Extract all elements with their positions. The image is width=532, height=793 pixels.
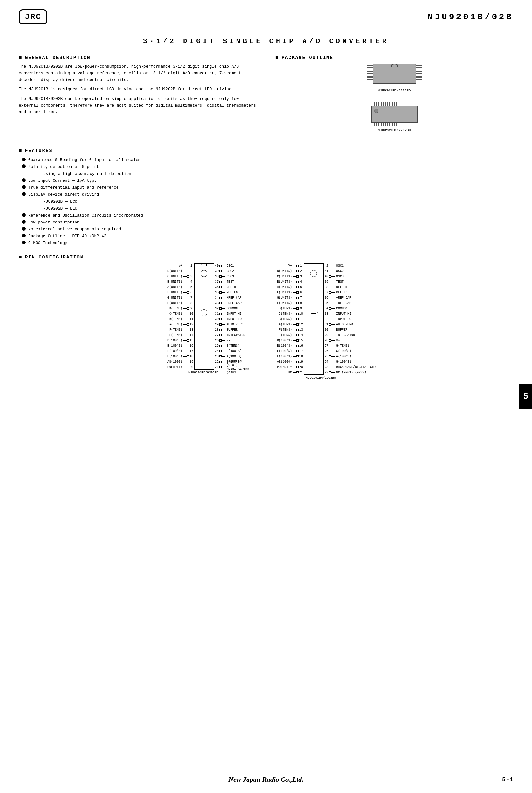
pin-row-r37: TEST 37 — [214, 279, 250, 284]
bullet-icon — [22, 165, 26, 168]
pin-config-section: PIN CONFIGURATION V+ 1 D(UNITS) — [19, 254, 513, 380]
pin-row-l6: F(UNITS) 6 — [156, 290, 194, 295]
pin-row-r23: A(100'S) 23 — [214, 354, 250, 359]
pin-row-r24: C(100'S) 24 — [214, 348, 250, 354]
pin-line — [183, 266, 187, 266]
feature-10: C-MOS Technology — [22, 240, 513, 247]
package-heading: PACKAGE OUTLINE — [276, 55, 513, 60]
pin-box — [187, 270, 189, 272]
pin-row-l14: E(TENS) 14 — [156, 333, 194, 338]
pin-row-l20: POLARITY 20 — [156, 364, 194, 370]
ic-circle-mid — [201, 309, 207, 316]
left-pins-col: V+ 1 D(UNITS) 2 C(UNITS) — [156, 263, 194, 370]
desc-para-1: The NJU9201B/9202B are low-power-consump… — [19, 63, 256, 83]
logo-text: JRC — [25, 12, 41, 22]
pin-row-r39: OSC2 39 — [214, 268, 250, 274]
description-col: GENERAL DESCRIPTION The NJU9201B/9202B a… — [19, 55, 256, 138]
pin-row-r31: INPUT HI 31 — [214, 311, 250, 317]
pin-row-l9: D(TENS) 9 — [156, 306, 194, 311]
ic-curve — [309, 308, 318, 314]
pin-row-r28: BUFFER 28 — [214, 327, 250, 333]
pin-row-r32: COMMON 32 — [214, 306, 250, 311]
package-col: PACKAGE OUTLINE — [276, 55, 513, 138]
bullet-icon — [22, 227, 26, 231]
footer: New Japan Radio Co.,Ltd. 5-1 — [0, 772, 532, 783]
pin-row-l1: V+ 1 — [156, 263, 194, 268]
pin-row-r29: AUTO ZERO 29 — [214, 322, 250, 327]
pin-row-r36: REF HI 36 — [214, 284, 250, 290]
footer-company: New Japan Radio Co.,Ltd. — [228, 775, 304, 783]
pin-num: 1 — [189, 264, 194, 268]
dip-diagram: V+ 1 D(UNITS) 2 C(UNITS) — [156, 263, 250, 380]
pin-row-r40: OSC1 40 — [214, 263, 250, 268]
pin-box — [187, 265, 189, 267]
footer-page: 5-1 — [502, 776, 513, 783]
pin-row-l7: G(UNITS) 7 — [156, 295, 194, 300]
logo: JRC — [19, 10, 47, 24]
pin-row-l10: C(TENS) 10 — [156, 311, 194, 317]
smd-diagram-label: NJU9201BM/9202BM — [266, 376, 376, 380]
desc-para-2: The NJU9201B is designed for direct LCD … — [19, 86, 256, 93]
desc-para-3: The NJU9201B/9202B can be operated on si… — [19, 96, 256, 115]
feature-6: Reference and Oscillation Circuits incor… — [22, 212, 513, 219]
feature-2: Polarity detection at 0 point — [22, 164, 513, 170]
pin-row-l17: F(100'S) 17 — [156, 348, 194, 354]
right-pins-col-smd: OSC1 42 OSC2 41 OSC3 — [324, 263, 376, 375]
pin-row-l2: D(UNITS) 2 — [156, 268, 194, 274]
bullet-icon — [22, 178, 26, 182]
ic-notch — [201, 263, 207, 266]
pin-row-l13: F(TENS) 13 — [156, 327, 194, 333]
features-list: Guaranteed 0 Reading for 0 input on all … — [22, 157, 513, 247]
bullet-icon — [22, 185, 26, 189]
feature-5b: NJU9202B — LED — [22, 205, 513, 212]
pin-row-l5: A(UNITS) 5 — [156, 284, 194, 290]
pin-row-r38: OSC3 38 — [214, 274, 250, 279]
pin-row-r34: +REF CAP 34 — [214, 295, 250, 300]
smd-pin-row-l1: V+ 1 — [266, 263, 304, 268]
pin-row-r30: INPUT LO 30 — [214, 317, 250, 322]
bullet-icon — [22, 241, 26, 244]
pin-row-r33: -REF CAP 33 — [214, 300, 250, 306]
right-pins-col-dip: OSC1 40 OSC2 39 OSC3 — [214, 263, 250, 370]
pin-row-l18: E(100'S) 18 — [156, 354, 194, 359]
pin-row-l19: AB(1000) 19 — [156, 359, 194, 364]
pin-row-l15: D(100'S) 15 — [156, 338, 194, 343]
feature-4: True differential input and reference — [22, 184, 513, 191]
ic-circle-top-smd — [310, 270, 317, 277]
header: JRC NJU9201B/02B — [19, 10, 513, 28]
pin-row-l3: C(UNITS) 3 — [156, 274, 194, 279]
bullet-icon — [22, 220, 26, 224]
general-desc-heading: GENERAL DESCRIPTION — [19, 55, 256, 60]
package1-label: NJU9201BD/9202BD — [276, 89, 513, 92]
feature-7: Low power consumption — [22, 219, 513, 226]
pin-line — [183, 271, 187, 272]
smd-package: NJU9201BM/9202BM — [276, 102, 513, 132]
left-pins-col-smd: V+ 1 D(UNITS) 2 C(UNITS) — [266, 263, 304, 375]
bullet-icon — [22, 234, 26, 238]
feature-8: No external active components required — [22, 226, 513, 233]
pin-config-heading: PIN CONFIGURATION — [19, 254, 513, 260]
features-heading: FEATURES — [19, 148, 513, 153]
top-section: GENERAL DESCRIPTION The NJU9201B/9202B a… — [19, 55, 513, 138]
feature-1: Guaranteed 0 Reading for 0 input on all … — [22, 157, 513, 164]
smd-diagram: V+ 1 D(UNITS) 2 C(UNITS) — [266, 263, 376, 380]
features-section: FEATURES Guaranteed 0 Reading for 0 inpu… — [19, 148, 513, 247]
pin-diagrams-container: V+ 1 D(UNITS) 2 C(UNITS) — [19, 263, 513, 380]
pin-row-l8: E(UNITS) 8 — [156, 300, 194, 306]
smd-inner: V+ 1 D(UNITS) 2 C(UNITS) — [266, 263, 376, 375]
side-tab: 5 — [519, 384, 532, 409]
ic-body-smd — [304, 263, 324, 375]
pin-row-r25: G(TENS) 25 — [214, 343, 250, 348]
dip-package: NJU9201BD/9202BD — [276, 63, 513, 92]
page: JRC NJU9201B/02B 5 3·1/2 DIGIT SINGLE CH… — [0, 0, 532, 793]
pin-row-r35: REF LO 35 — [214, 290, 250, 295]
feature-5a: NJU9201B — LCD — [22, 198, 513, 205]
bullet-icon — [22, 157, 26, 162]
pin-row-r26: V- 26 — [214, 338, 250, 343]
pin-row-l12: A(TENS) 12 — [156, 322, 194, 327]
feature-3: Low Input Current — 1pA typ. — [22, 177, 513, 184]
pin-row-r27: INTEGRATOR 27 — [214, 333, 250, 338]
pin-row-l11: B(TENS) 11 — [156, 317, 194, 322]
pin-row-r21: BACKPLANE(9201)/DIGITAL GND(9202) 21 — [214, 364, 250, 370]
pin-row-l16: B(100'S) 16 — [156, 343, 194, 348]
